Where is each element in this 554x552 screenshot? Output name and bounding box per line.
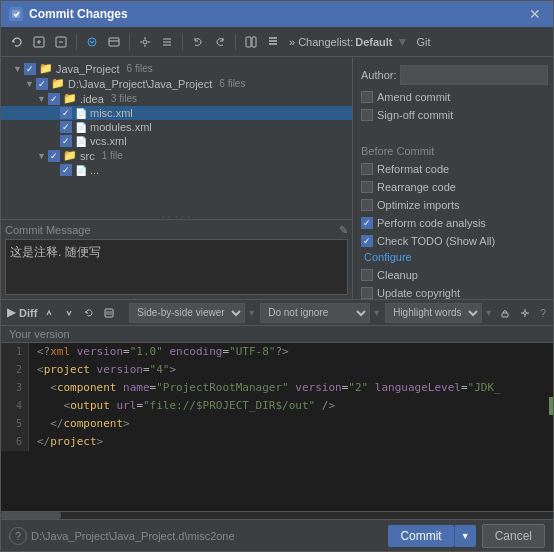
amend-commit-checkbox[interactable]: [361, 91, 373, 103]
toolbar-next-diff[interactable]: [82, 34, 102, 50]
diff-next-btn[interactable]: [61, 307, 77, 319]
commit-message-section: Commit Message ✎ 这是注释. 随便写: [1, 219, 352, 299]
close-button[interactable]: ✕: [525, 7, 545, 21]
toolbar-settings[interactable]: [135, 34, 155, 50]
scrollbar-thumb[interactable]: [1, 512, 61, 519]
xml-file-icon: 📄: [75, 136, 87, 147]
line-number: 4: [1, 397, 29, 415]
toolbar-undo[interactable]: [188, 34, 208, 50]
right-panel: Author: Amend commit Sign-off commit Bef…: [353, 57, 553, 299]
list-item[interactable]: ▼ ✓ 📁 Java_Project 6 files: [1, 61, 352, 76]
update-copyright-checkbox[interactable]: [361, 287, 373, 299]
diff-help-btn[interactable]: ?: [537, 306, 549, 320]
rearrange-code-checkbox[interactable]: [361, 181, 373, 193]
file-checkbox[interactable]: ✓: [48, 93, 60, 105]
before-commit-header: Before Commit: [361, 145, 545, 157]
toolbar-more[interactable]: [157, 34, 177, 50]
diff-settings-btn[interactable]: [517, 307, 533, 319]
perform-code-analysis-checkbox[interactable]: ✓: [361, 217, 373, 229]
toolbar-view1[interactable]: [241, 34, 261, 50]
diff-prev-btn[interactable]: [41, 307, 57, 319]
dialog-icon: [9, 7, 23, 21]
help-button[interactable]: ?: [9, 527, 27, 545]
diff-section-title: Diff: [19, 307, 37, 319]
viewer-select[interactable]: Side-by-side viewer Unified viewer: [129, 303, 245, 323]
diff-info-btn[interactable]: [101, 307, 117, 319]
git-label[interactable]: Git: [416, 36, 430, 48]
item-label: .idea: [80, 93, 104, 105]
commit-dropdown-button[interactable]: ▼: [454, 525, 476, 547]
sign-off-commit-checkbox-row[interactable]: Sign-off commit: [361, 109, 545, 121]
file-checkbox[interactable]: ✓: [60, 135, 72, 147]
sign-off-commit-checkbox[interactable]: [361, 109, 373, 121]
code-content: 1 <?xml version="1.0" encoding="UTF-8"?>…: [1, 343, 553, 451]
list-item[interactable]: ▼ ✓ 📁 src 1 file: [1, 148, 352, 163]
commit-button-group: Commit ▼: [388, 525, 475, 547]
check-todo-label: Check TODO (Show All): [377, 235, 495, 247]
list-item[interactable]: ▼ ✓ 📁 D:\Java_Project\Java_Project 6 fil…: [1, 76, 352, 91]
file-checkbox[interactable]: ✓: [60, 164, 72, 176]
toolbar-redo[interactable]: [210, 34, 230, 50]
check-todo-checkbox[interactable]: ✓: [361, 235, 373, 247]
list-item[interactable]: ✓ 📄 misc.xml: [1, 106, 352, 120]
cancel-button[interactable]: Cancel: [482, 524, 545, 548]
line-content: </component>: [29, 415, 138, 433]
horizontal-scrollbar[interactable]: [1, 511, 553, 519]
reformat-code-row[interactable]: Reformat code: [361, 163, 545, 175]
amend-commit-checkbox-row[interactable]: Amend commit: [361, 91, 545, 103]
title-bar: Commit Changes ✕: [1, 1, 553, 27]
toolbar-view2[interactable]: [263, 34, 283, 50]
optimize-imports-row[interactable]: Optimize imports: [361, 199, 545, 211]
item-label: D:\Java_Project\Java_Project: [68, 78, 212, 90]
perform-code-analysis-row[interactable]: ✓ Perform code analysis: [361, 217, 545, 229]
svg-rect-18: [252, 37, 256, 47]
list-item[interactable]: ▼ ✓ 📁 .idea 3 files: [1, 91, 352, 106]
toolbar-expand-all[interactable]: [29, 34, 49, 50]
commit-dropdown-arrow-icon: ▼: [461, 531, 470, 541]
reformat-code-checkbox[interactable]: [361, 163, 373, 175]
update-copyright-row[interactable]: Update copyright: [361, 287, 545, 299]
amend-commit-label: Amend commit: [377, 91, 450, 103]
list-item[interactable]: ✓ 📄 ...: [1, 163, 352, 177]
ignore-select[interactable]: Do not ignore Ignore whitespace: [260, 303, 370, 323]
expand-icon: ▼: [37, 94, 45, 104]
cleanup-row[interactable]: Cleanup: [361, 269, 545, 281]
file-checkbox[interactable]: ✓: [48, 150, 60, 162]
line-number: 2: [1, 361, 29, 379]
viewer-arrow-icon: ▼: [247, 308, 256, 318]
diff-refresh-btn[interactable]: [81, 307, 97, 319]
commit-changes-dialog: Commit Changes ✕: [0, 0, 554, 552]
file-checkbox[interactable]: ✓: [60, 121, 72, 133]
rearrange-code-row[interactable]: Rearrange code: [361, 181, 545, 193]
list-item[interactable]: ✓ 📄 modules.xml: [1, 120, 352, 134]
cleanup-checkbox[interactable]: [361, 269, 373, 281]
code-area[interactable]: 1 <?xml version="1.0" encoding="UTF-8"?>…: [1, 343, 553, 511]
commit-button[interactable]: Commit: [388, 525, 453, 547]
toolbar-collapse-all[interactable]: [51, 34, 71, 50]
edit-icon[interactable]: ✎: [339, 224, 348, 237]
file-checkbox[interactable]: ✓: [36, 78, 48, 90]
item-label: misc.xml: [90, 107, 133, 119]
configure-link[interactable]: Configure: [364, 251, 412, 263]
file-checkbox[interactable]: ✓: [60, 107, 72, 119]
toolbar-browse[interactable]: [104, 34, 124, 50]
toolbar-sep-2: [129, 34, 130, 50]
author-row: Author:: [361, 65, 545, 85]
line-content: </project>: [29, 433, 111, 451]
commit-message-label-text: Commit Message: [5, 224, 91, 237]
toolbar-refresh[interactable]: [7, 34, 27, 50]
highlight-select[interactable]: Highlight words Highlight chars: [385, 303, 482, 323]
list-item[interactable]: ✓ 📄 vcs.xml: [1, 134, 352, 148]
optimize-imports-checkbox[interactable]: [361, 199, 373, 211]
author-input[interactable]: [400, 65, 548, 85]
file-checkbox[interactable]: ✓: [24, 63, 36, 75]
ignore-arrow-icon: ▼: [372, 308, 381, 318]
code-line-1: 1 <?xml version="1.0" encoding="UTF-8"?>: [1, 343, 553, 361]
sign-off-commit-label: Sign-off commit: [377, 109, 453, 121]
diff-lock-btn[interactable]: [497, 307, 513, 319]
commit-message-input[interactable]: 这是注释. 随便写: [5, 239, 348, 295]
check-todo-row[interactable]: ✓ Check TODO (Show All) Configure: [361, 235, 545, 263]
changelist-label: » Changelist:: [289, 36, 353, 48]
svg-point-26: [524, 311, 527, 314]
toolbar-sep-3: [182, 34, 183, 50]
